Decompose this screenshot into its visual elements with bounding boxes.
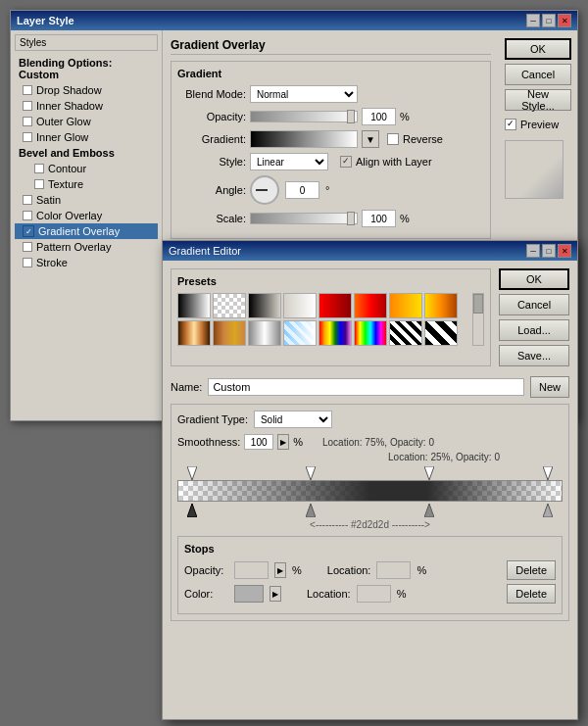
- preset-black-transparent[interactable]: [248, 293, 281, 318]
- angle-dial[interactable]: [250, 175, 279, 205]
- color-overlay-checkbox[interactable]: [23, 211, 32, 220]
- ge-save-button[interactable]: Save...: [499, 345, 569, 366]
- opacity-slider-thumb[interactable]: [347, 110, 355, 123]
- ge-ok-button[interactable]: OK: [499, 268, 569, 290]
- blend-mode-select[interactable]: Normal: [250, 85, 358, 103]
- preset-yellow[interactable]: [424, 293, 458, 318]
- preview-label: Preview: [520, 119, 559, 130]
- inner-glow-checkbox[interactable]: [23, 132, 32, 142]
- gradient-bar[interactable]: [177, 480, 563, 502]
- color-stop-right[interactable]: [543, 504, 553, 517]
- smoothness-input[interactable]: [244, 434, 273, 450]
- sidebar-item-drop-shadow[interactable]: Drop Shadow: [15, 82, 158, 98]
- preset-rainbow2[interactable]: [354, 320, 387, 346]
- pattern-overlay-checkbox[interactable]: [23, 242, 32, 252]
- sidebar-item-stroke[interactable]: Stroke: [15, 255, 158, 270]
- close-button[interactable]: ✕: [558, 14, 571, 27]
- stops-color-swatch[interactable]: [234, 585, 264, 603]
- drop-shadow-checkbox[interactable]: [23, 85, 32, 95]
- scale-input[interactable]: [362, 210, 396, 227]
- location-info-2: Location: 25%, Opacity: 0: [388, 452, 500, 462]
- sidebar-item-inner-glow[interactable]: Inner Glow: [15, 129, 158, 145]
- ge-minimize-btn[interactable]: ─: [526, 244, 540, 258]
- scale-slider[interactable]: [250, 213, 358, 224]
- sidebar-item-outer-glow[interactable]: Outer Glow: [15, 114, 158, 129]
- outer-glow-label: Outer Glow: [36, 116, 91, 127]
- outer-glow-checkbox[interactable]: [23, 117, 32, 126]
- opacity-stop-right[interactable]: [543, 466, 553, 480]
- new-style-button[interactable]: New Style...: [505, 89, 571, 111]
- color-stop-left[interactable]: [187, 504, 197, 517]
- blend-mode-label: Blend Mode:: [177, 88, 246, 100]
- stops-opacity-input[interactable]: [234, 561, 269, 579]
- preset-stripes[interactable]: [424, 320, 458, 346]
- gradient-dropdown-btn[interactable]: ▼: [362, 130, 379, 148]
- style-select[interactable]: Linear: [250, 153, 328, 170]
- contour-checkbox[interactable]: [34, 164, 44, 173]
- stops-delete1-button[interactable]: Delete: [507, 560, 556, 580]
- texture-checkbox[interactable]: [34, 179, 44, 189]
- scale-slider-thumb[interactable]: [347, 212, 355, 225]
- opacity-stop-center-right[interactable]: [424, 466, 434, 480]
- gradient-overlay-checkbox[interactable]: ✓: [23, 225, 34, 237]
- preset-diag-white[interactable]: [283, 320, 317, 346]
- gradient-preview[interactable]: [250, 130, 358, 148]
- color-stop-center-right[interactable]: [424, 504, 434, 517]
- ok-button[interactable]: OK: [505, 38, 571, 60]
- cancel-button[interactable]: Cancel: [505, 64, 571, 85]
- stops-location2-input[interactable]: [357, 585, 391, 603]
- stops-delete2-button[interactable]: Delete: [507, 584, 556, 604]
- angle-input[interactable]: [285, 181, 319, 199]
- opacity-input[interactable]: [362, 108, 396, 125]
- ge-load-button[interactable]: Load...: [499, 319, 569, 341]
- blending-label: Blending Options: Custom: [19, 57, 154, 80]
- sidebar-item-satin[interactable]: Satin: [15, 192, 158, 208]
- satin-checkbox[interactable]: [23, 195, 32, 205]
- sidebar-item-contour[interactable]: Contour: [15, 161, 158, 176]
- opacity-stop-center-left[interactable]: [306, 466, 316, 480]
- ge-right-buttons: OK Cancel Load... Save...: [499, 268, 569, 366]
- sidebar-item-color-overlay[interactable]: Color Overlay: [15, 208, 158, 223]
- preset-metal[interactable]: [248, 320, 281, 346]
- ge-close-btn[interactable]: ✕: [558, 244, 571, 258]
- preset-warm[interactable]: [213, 320, 246, 346]
- opacity-slider[interactable]: [250, 111, 358, 122]
- preset-orange[interactable]: [354, 293, 387, 318]
- color-overlay-label: Color Overlay: [36, 210, 102, 221]
- align-checkbox[interactable]: ✓: [340, 156, 352, 168]
- minimize-button[interactable]: ─: [526, 14, 540, 27]
- stroke-checkbox[interactable]: [23, 258, 32, 267]
- preset-bw[interactable]: [177, 293, 211, 318]
- sidebar-item-bevel-emboss[interactable]: Bevel and Emboss: [15, 145, 158, 161]
- preview-checkbox[interactable]: ✓: [505, 119, 516, 130]
- new-button[interactable]: New: [530, 376, 569, 398]
- gradient-type-select[interactable]: Solid: [254, 411, 332, 428]
- drop-shadow-label: Drop Shadow: [36, 84, 102, 96]
- preset-white-transparent[interactable]: [283, 293, 317, 318]
- preset-diag[interactable]: [389, 320, 422, 346]
- stops-title: Stops: [184, 543, 556, 555]
- sidebar-item-gradient-overlay[interactable]: ✓ Gradient Overlay: [15, 223, 158, 239]
- stops-opacity-stepper[interactable]: ▶: [274, 562, 286, 578]
- ge-cancel-button[interactable]: Cancel: [499, 294, 569, 315]
- preset-red[interactable]: [318, 293, 352, 318]
- stops-location1-input[interactable]: [376, 561, 411, 579]
- preset-checker[interactable]: [213, 293, 246, 318]
- name-input[interactable]: [208, 378, 524, 396]
- color-stop-center[interactable]: [306, 504, 316, 517]
- stops-color-stepper[interactable]: ▶: [270, 586, 281, 602]
- opacity-stop-left[interactable]: [187, 466, 197, 480]
- sidebar-item-inner-shadow[interactable]: Inner Shadow: [15, 98, 158, 114]
- inner-shadow-checkbox[interactable]: [23, 101, 32, 111]
- sidebar-item-blending[interactable]: Blending Options: Custom: [15, 55, 158, 82]
- sidebar-item-pattern-overlay[interactable]: Pattern Overlay: [15, 239, 158, 255]
- smoothness-stepper[interactable]: ▶: [277, 434, 289, 450]
- preset-copper[interactable]: [177, 320, 211, 346]
- maximize-button[interactable]: □: [542, 14, 556, 27]
- presets-scrollbar[interactable]: [472, 293, 484, 346]
- preset-orange2[interactable]: [389, 293, 422, 318]
- sidebar-item-texture[interactable]: Texture: [15, 176, 158, 192]
- ge-maximize-btn[interactable]: □: [542, 244, 556, 258]
- preset-rainbow[interactable]: [318, 320, 352, 346]
- reverse-checkbox[interactable]: [387, 133, 399, 145]
